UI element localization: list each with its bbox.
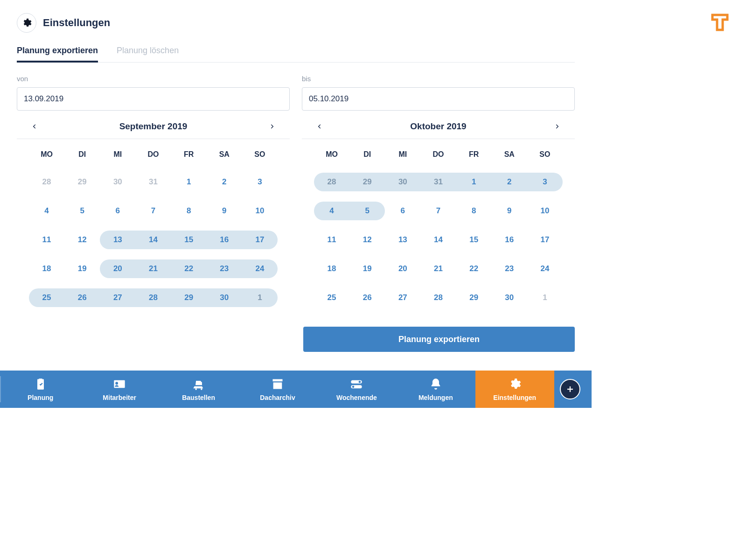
nav-baustellen[interactable]: Baustellen (159, 371, 238, 408)
dow-header: MI (385, 150, 420, 159)
calendar-day[interactable]: 15 (171, 235, 207, 245)
to-label: bis (302, 75, 575, 83)
export-button[interactable]: Planung exportieren (303, 327, 575, 352)
calendar-day[interactable]: 13 (100, 235, 135, 245)
bottom-nav: PlanungMitarbeiterBaustellenDacharchivWo… (0, 371, 592, 408)
prev-month-from[interactable] (29, 121, 40, 132)
tab-delete[interactable]: Planung löschen (117, 46, 179, 62)
calendar-day[interactable]: 18 (314, 264, 349, 273)
calendar-day[interactable]: 11 (314, 235, 349, 245)
calendar-day[interactable]: 14 (420, 235, 456, 245)
calendar-day[interactable]: 27 (385, 293, 420, 302)
calendar-day[interactable]: 18 (29, 264, 64, 273)
calendar-day[interactable]: 17 (242, 235, 278, 245)
calendar-day[interactable]: 8 (456, 206, 492, 216)
calendar-day[interactable]: 29 (349, 177, 385, 187)
calendar-day[interactable]: 7 (420, 206, 456, 216)
calendar-day[interactable]: 19 (349, 264, 385, 273)
calendar-day[interactable]: 1 (527, 293, 563, 302)
calendar-day[interactable]: 3 (527, 177, 563, 187)
calendar-day[interactable]: 10 (242, 206, 278, 216)
calendar-day[interactable]: 6 (100, 206, 135, 216)
calendar-day[interactable]: 16 (207, 235, 242, 245)
to-date-input[interactable]: 05.10.2019 (302, 87, 575, 111)
calendar-day[interactable]: 26 (349, 293, 385, 302)
calendar-day[interactable]: 23 (492, 264, 527, 273)
dow-header: SA (207, 150, 242, 159)
calendar-day[interactable]: 20 (100, 264, 135, 273)
dow-header: DO (135, 150, 171, 159)
nav-planung[interactable]: Planung (1, 371, 80, 408)
calendar-day[interactable]: 30 (385, 177, 420, 187)
add-button[interactable] (560, 379, 580, 399)
calendar-day[interactable]: 28 (29, 177, 64, 187)
calendar-day[interactable]: 25 (29, 293, 64, 302)
calendar-day[interactable]: 5 (64, 206, 100, 216)
calendar-day[interactable]: 28 (314, 177, 349, 187)
calendar-day[interactable]: 4 (29, 206, 64, 216)
nav-mitarbeiter[interactable]: Mitarbeiter (80, 371, 159, 408)
toggle-icon (350, 378, 363, 392)
calendar-day[interactable]: 14 (135, 235, 171, 245)
nav-dacharchiv[interactable]: Dacharchiv (238, 371, 317, 408)
nav-label: Planung (28, 394, 53, 401)
calendar-day[interactable]: 30 (207, 293, 242, 302)
calendar-day[interactable]: 9 (207, 206, 242, 216)
calendar-day[interactable]: 28 (420, 293, 456, 302)
nav-meldungen[interactable]: Meldungen (396, 371, 475, 408)
calendar-day[interactable]: 30 (492, 293, 527, 302)
calendar-day[interactable]: 29 (171, 293, 207, 302)
calendar-day[interactable]: 19 (64, 264, 100, 273)
calendar-day[interactable]: 31 (420, 177, 456, 187)
tabs: Planung exportieren Planung löschen (17, 46, 575, 63)
calendar-day[interactable]: 31 (135, 177, 171, 187)
calendar-day[interactable]: 5 (349, 206, 385, 216)
calendar-day[interactable]: 4 (314, 206, 349, 216)
next-month-from[interactable] (266, 121, 278, 132)
calendar-day[interactable]: 1 (456, 177, 492, 187)
calendar-day[interactable]: 17 (527, 235, 563, 245)
calendar-day[interactable]: 27 (100, 293, 135, 302)
calendar-day[interactable]: 28 (135, 293, 171, 302)
tab-export[interactable]: Planung exportieren (17, 46, 98, 62)
calendar-day[interactable]: 11 (29, 235, 64, 245)
calendar-day[interactable]: 22 (456, 264, 492, 273)
calendar-day[interactable]: 24 (242, 264, 278, 273)
calendar-day[interactable]: 22 (171, 264, 207, 273)
calendar-day[interactable]: 21 (135, 264, 171, 273)
next-month-to[interactable] (551, 121, 563, 132)
calendar-day[interactable]: 24 (527, 264, 563, 273)
calendar-day[interactable]: 15 (456, 235, 492, 245)
calendar-day[interactable]: 2 (207, 177, 242, 187)
prev-month-to[interactable] (314, 121, 325, 132)
calendar-day[interactable]: 20 (385, 264, 420, 273)
calendar-day[interactable]: 2 (492, 177, 527, 187)
calendar-day[interactable]: 13 (385, 235, 420, 245)
calendar-day[interactable]: 25 (314, 293, 349, 302)
calendar-day[interactable]: 26 (64, 293, 100, 302)
calendar-day[interactable]: 10 (527, 206, 563, 216)
dow-header: MO (29, 150, 64, 159)
dow-header: SO (527, 150, 563, 159)
calendar-day[interactable]: 7 (135, 206, 171, 216)
calendar-day[interactable]: 21 (420, 264, 456, 273)
nav-label: Wochenende (336, 394, 377, 401)
id-card-icon (113, 378, 126, 392)
calendar-day[interactable]: 1 (171, 177, 207, 187)
calendar-day[interactable]: 16 (492, 235, 527, 245)
mixer-icon (192, 378, 205, 392)
calendar-day[interactable]: 3 (242, 177, 278, 187)
calendar-day[interactable]: 30 (100, 177, 135, 187)
calendar-day[interactable]: 23 (207, 264, 242, 273)
calendar-day[interactable]: 12 (349, 235, 385, 245)
calendar-day[interactable]: 9 (492, 206, 527, 216)
nav-einstellungen[interactable]: Einstellungen (475, 371, 554, 408)
calendar-day[interactable]: 1 (242, 293, 278, 302)
from-date-input[interactable]: 13.09.2019 (17, 87, 290, 111)
nav-wochenende[interactable]: Wochenende (317, 371, 396, 408)
calendar-day[interactable]: 8 (171, 206, 207, 216)
calendar-day[interactable]: 6 (385, 206, 420, 216)
calendar-day[interactable]: 29 (64, 177, 100, 187)
calendar-day[interactable]: 12 (64, 235, 100, 245)
calendar-day[interactable]: 29 (456, 293, 492, 302)
